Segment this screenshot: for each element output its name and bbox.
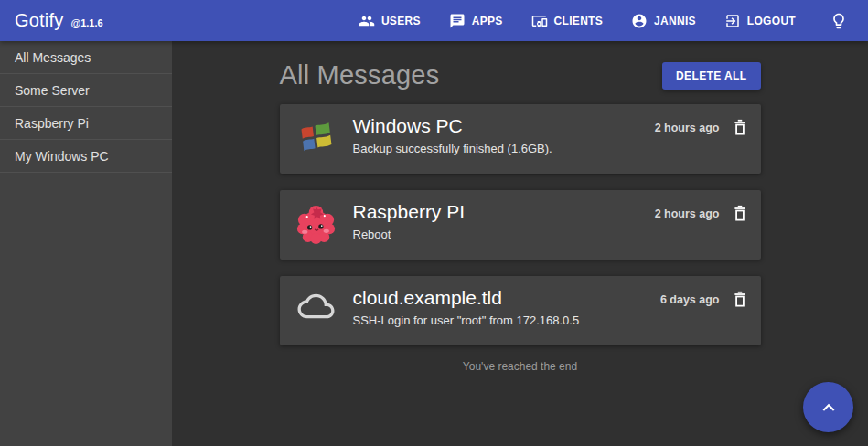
nav-clients-label: CLIENTS (554, 15, 603, 27)
devices-icon (531, 13, 548, 29)
nav-user-label: JANNIS (654, 15, 696, 27)
message-timestamp: 6 days ago (660, 293, 720, 306)
message-title: cloud.example.tld (353, 287, 660, 309)
message-meta: 2 hours ago (655, 118, 748, 137)
chat-icon (449, 13, 466, 29)
message-card: Raspberry PI Reboot 2 hours ago (280, 190, 761, 260)
message-text: SSH-Login for user "root" from 172.168.0… (353, 313, 660, 327)
sidebar-item-my-windows-pc[interactable]: My Windows PC (0, 140, 172, 173)
delete-all-button[interactable]: DELETE ALL (662, 62, 761, 90)
app-title: Gotify (15, 10, 63, 31)
message-content: Windows PC Backup successfully finished … (353, 115, 655, 155)
message-text: Backup successfully finished (1.6GB). (353, 142, 655, 155)
sidebar-item-some-server[interactable]: Some Server (0, 74, 172, 107)
message-card: cloud.example.tld SSH-Login for user "ro… (280, 276, 761, 345)
brand: Gotify @1.1.6 (15, 10, 103, 31)
account-circle-icon (631, 13, 648, 29)
content-column: All Messages DELETE ALL Windows PC Backu… (280, 41, 761, 373)
scroll-to-top-button[interactable] (803, 382, 853, 432)
cloud-icon (295, 288, 338, 324)
message-card: Windows PC Backup successfully finished … (280, 104, 761, 174)
sidebar-item-raspberry-pi[interactable]: Raspberry Pi (0, 107, 172, 140)
nav-user-button[interactable]: JANNIS (629, 7, 698, 35)
users-icon (359, 13, 375, 29)
trash-icon (732, 118, 748, 137)
message-content: cloud.example.tld SSH-Login for user "ro… (353, 287, 660, 327)
sidebar: All Messages Some Server Raspberry Pi My… (0, 41, 172, 446)
trash-icon (732, 204, 748, 223)
app-version: @1.1.6 (70, 17, 102, 28)
logout-icon (724, 13, 741, 29)
nav-apps-label: APPS (472, 15, 503, 27)
message-content: Raspberry PI Reboot (353, 201, 655, 241)
delete-message-button[interactable] (732, 204, 748, 223)
nav-clients-button[interactable]: CLIENTS (530, 7, 605, 35)
lightbulb-icon (830, 12, 848, 30)
nav-users-label: USERS (381, 15, 421, 27)
theme-toggle-button[interactable] (826, 8, 852, 34)
nav-logout-button[interactable]: LOGOUT (723, 7, 798, 35)
nav-logout-label: LOGOUT (747, 15, 796, 27)
raspberry-logo (295, 202, 338, 245)
windows-logo (295, 116, 338, 158)
message-meta: 2 hours ago (655, 204, 748, 223)
top-nav: USERS APPS CLIENTS JANNIS LOGOUT (357, 7, 852, 35)
nav-users-button[interactable]: USERS (357, 7, 423, 35)
delete-message-button[interactable] (732, 290, 748, 309)
content-header: All Messages DELETE ALL (280, 60, 761, 90)
message-title: Raspberry PI (353, 201, 655, 223)
app-bar: Gotify @1.1.6 USERS APPS CLIENTS JAN (0, 0, 868, 41)
message-text: Reboot (353, 228, 655, 241)
message-meta: 6 days ago (660, 290, 748, 309)
nav-apps-button[interactable]: APPS (447, 7, 505, 35)
sidebar-item-all-messages[interactable]: All Messages (0, 41, 172, 74)
page-title: All Messages (280, 60, 440, 90)
chevron-up-icon (817, 396, 841, 419)
message-timestamp: 2 hours ago (655, 207, 720, 220)
end-of-list-text: You've reached the end (280, 360, 761, 373)
message-title: Windows PC (353, 115, 655, 137)
message-timestamp: 2 hours ago (655, 122, 720, 134)
delete-message-button[interactable] (732, 118, 748, 137)
trash-icon (732, 290, 748, 309)
main-area: All Messages DELETE ALL Windows PC Backu… (172, 41, 868, 446)
